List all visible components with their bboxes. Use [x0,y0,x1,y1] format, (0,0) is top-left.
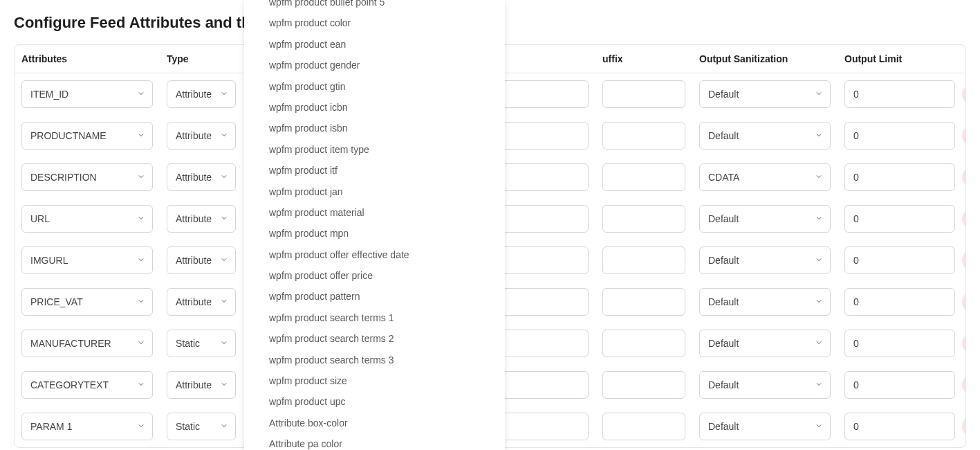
type-value: Static [176,338,200,349]
prefix-input[interactable] [499,288,589,316]
dropdown-option[interactable]: wpfm product item type [244,139,505,160]
dropdown-option[interactable]: wpfm product gender [244,55,505,75]
dropdown-option[interactable]: wpfm product search terms 1 [244,307,505,328]
attribute-select[interactable]: ITEM_ID [21,80,153,108]
type-select[interactable]: Attribute [167,371,236,399]
dropdown-option[interactable]: wpfm product color [244,12,505,33]
output-limit-input[interactable] [844,122,955,150]
chevron-down-icon [815,379,823,390]
prefix-input[interactable] [499,413,589,440]
type-select[interactable]: Attribute [167,246,236,274]
output-limit-input[interactable] [844,163,955,191]
dropdown-option[interactable]: wpfm product mpn [244,223,505,244]
attribute-select[interactable]: URL [21,205,153,233]
dropdown-option[interactable]: wpfm product upc [244,391,505,412]
type-select[interactable]: Attribute [167,163,236,191]
suffix-input[interactable] [602,330,685,357]
suffix-input[interactable] [602,205,685,233]
dropdown-option[interactable]: wpfm product bullet point 5 [244,0,505,12]
dropdown-option[interactable]: Attribute pa color [244,433,505,448]
suffix-input[interactable] [602,80,685,108]
attribute-select[interactable]: PRODUCTNAME [21,122,153,150]
attribute-select[interactable]: IMGURL [21,246,153,274]
dropdown-option[interactable]: wpfm product ean [244,34,505,55]
sanitization-select[interactable]: Default [699,371,831,399]
prefix-input[interactable] [499,80,589,108]
suffix-input[interactable] [602,122,685,150]
sanitization-select[interactable]: CDATA [699,163,831,191]
prefix-input[interactable] [499,330,589,357]
attribute-value: IMGURL [30,255,68,266]
type-select[interactable]: Attribute [167,288,236,316]
output-limit-input[interactable] [844,246,955,274]
suffix-input[interactable] [602,288,685,316]
sanitization-select[interactable]: Default [699,330,831,357]
prefix-input[interactable] [499,163,589,191]
attribute-select[interactable]: DESCRIPTION [21,163,153,191]
dropdown-option[interactable]: wpfm product material [244,202,505,223]
output-limit-input[interactable] [844,288,955,316]
prefix-input[interactable] [499,205,589,233]
type-value: Attribute [176,172,212,183]
delete-row-button[interactable] [962,250,966,271]
delete-row-button[interactable] [962,333,966,354]
suffix-input[interactable] [602,163,685,191]
attribute-select[interactable]: PARAM 1 [21,413,153,440]
dropdown-option[interactable]: wpfm product search terms 3 [244,350,505,370]
chevron-down-icon [220,89,228,100]
attribute-select[interactable]: MANUFACTURER [21,330,153,357]
dropdown-option[interactable]: Attribute box-color [244,413,505,433]
attribute-select[interactable]: CATEGORYTEXT [21,371,153,399]
type-select[interactable]: Static [167,413,236,440]
suffix-input[interactable] [602,413,685,440]
sanitization-select[interactable]: Default [699,413,831,440]
output-limit-input[interactable] [844,371,955,399]
sanitization-value: Default [708,421,739,432]
dropdown-option[interactable]: wpfm product gtin [244,76,505,97]
dropdown-option[interactable]: wpfm product pattern [244,286,505,307]
suffix-input[interactable] [602,246,685,274]
chevron-down-icon [137,172,145,183]
sanitization-select[interactable]: Default [699,246,831,274]
type-select[interactable]: Attribute [167,80,236,108]
delete-row-button[interactable] [962,375,966,395]
dropdown-option[interactable]: wpfm product jan [244,181,505,202]
delete-row-button[interactable] [962,291,966,312]
delete-row-button[interactable] [962,84,966,105]
dropdown-option[interactable]: wpfm product offer effective date [244,244,505,265]
prefix-input[interactable] [499,122,589,150]
prefix-input[interactable] [499,371,589,399]
sanitization-select[interactable]: Default [699,80,831,108]
output-limit-input[interactable] [844,413,955,440]
chevron-down-icon [220,296,228,307]
delete-row-button[interactable] [962,208,966,229]
col-actions [955,45,966,73]
sanitization-value: Default [708,296,739,307]
dropdown-option[interactable]: wpfm product icbn [244,97,505,118]
chevron-down-icon [815,172,823,183]
type-select[interactable]: Attribute [167,122,236,150]
delete-row-button[interactable] [962,167,966,188]
chevron-down-icon [137,255,145,266]
attribute-select[interactable]: PRICE_VAT [21,288,153,316]
delete-row-button[interactable] [962,125,966,146]
sanitization-select[interactable]: Default [699,122,831,150]
output-limit-input[interactable] [844,80,955,108]
dropdown-option[interactable]: wpfm product size [244,370,505,391]
dropdown-option[interactable]: wpfm product search terms 2 [244,328,505,349]
prefix-input[interactable] [499,246,589,274]
sanitization-value: Default [708,130,739,141]
value-dropdown-panel[interactable]: wpfm product bullet point 5wpfm product … [244,0,505,448]
sanitization-select[interactable]: Default [699,205,831,233]
dropdown-option[interactable]: wpfm product offer price [244,265,505,286]
dropdown-option[interactable]: wpfm product itf [244,160,505,181]
type-select[interactable]: Static [167,330,236,357]
output-limit-input[interactable] [844,205,955,233]
type-select[interactable]: Attribute [167,205,236,233]
dropdown-option[interactable]: wpfm product isbn [244,118,505,138]
output-limit-input[interactable] [844,330,955,357]
type-value: Attribute [176,130,212,141]
delete-row-button[interactable] [962,416,966,437]
sanitization-select[interactable]: Default [699,288,831,316]
suffix-input[interactable] [602,371,685,399]
